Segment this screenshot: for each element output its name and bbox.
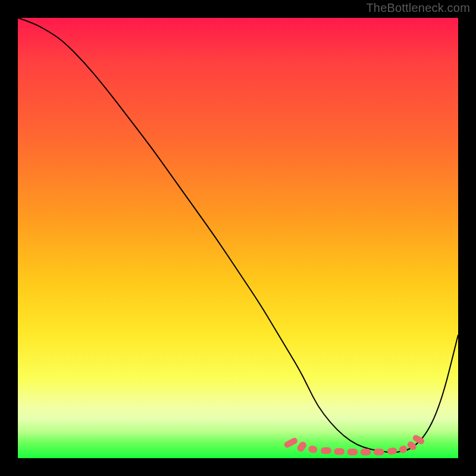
chart-frame: TheBottleneck.com	[0, 0, 476, 476]
plot-area	[18, 18, 458, 458]
trough-marker	[347, 449, 358, 455]
trough-marker-group	[283, 434, 425, 455]
trough-marker	[283, 437, 299, 449]
trough-marker	[387, 447, 397, 455]
trough-marker	[296, 440, 308, 453]
trough-marker	[334, 448, 345, 455]
trough-marker	[398, 444, 408, 454]
watermark-text: TheBottleneck.com	[366, 1, 470, 15]
curve-svg	[18, 18, 458, 458]
trough-marker	[321, 447, 331, 454]
trough-marker	[361, 449, 371, 455]
trough-marker	[374, 449, 384, 455]
bottleneck-curve	[18, 18, 458, 453]
trough-marker	[308, 445, 318, 453]
